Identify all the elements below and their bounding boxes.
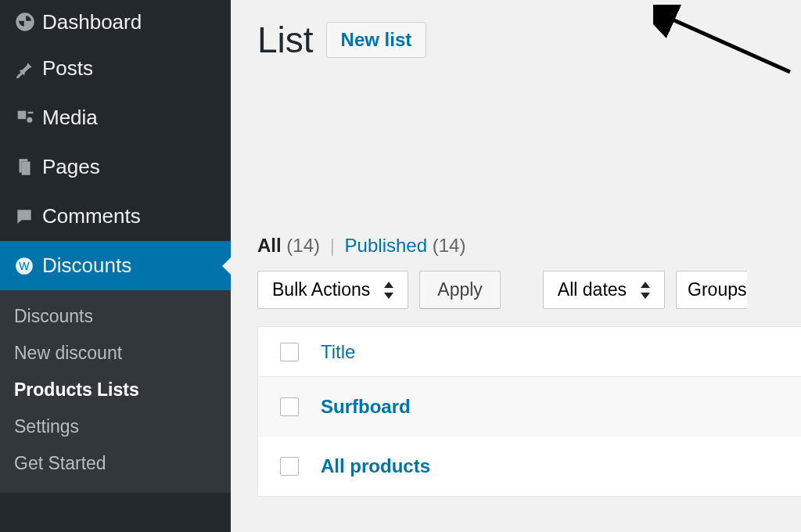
admin-sidebar: Dashboard Posts Media Pages Comments W D…	[0, 0, 231, 532]
apply-button[interactable]: Apply	[419, 271, 501, 309]
arrow-annotation	[653, 5, 801, 91]
sidebar-item-posts[interactable]: Posts	[0, 44, 231, 93]
submenu-item-settings[interactable]: Settings	[0, 408, 231, 445]
groups-label: Groups	[688, 279, 746, 300]
table-header-row: Title	[258, 327, 801, 377]
row-title-link[interactable]: Surfboard	[321, 396, 411, 418]
dates-select[interactable]: All dates	[543, 271, 665, 309]
caret-sort-icon	[641, 282, 650, 299]
sidebar-item-pages[interactable]: Pages	[0, 142, 231, 192]
main-content: List New list All (14) | Published (14) …	[231, 0, 801, 532]
svg-point-0	[27, 117, 32, 122]
dates-label: All dates	[558, 279, 627, 300]
submenu-item-discounts[interactable]: Discounts	[0, 298, 231, 335]
svg-text:W: W	[19, 260, 30, 272]
sidebar-item-label: Dashboard	[42, 10, 142, 34]
pin-icon	[14, 59, 42, 79]
sidebar-item-discounts[interactable]: W Discounts	[0, 241, 231, 290]
pages-icon	[14, 157, 42, 178]
filter-all-count: (14)	[286, 235, 320, 256]
table-row[interactable]: Surfboard	[258, 377, 801, 437]
sidebar-item-dashboard[interactable]: Dashboard	[0, 0, 231, 44]
sidebar-item-media[interactable]: Media	[0, 93, 231, 142]
svg-line-3	[667, 17, 790, 72]
submenu-item-new-discount[interactable]: New discount	[0, 335, 231, 372]
groups-select[interactable]: Groups	[676, 271, 746, 309]
row-checkbox[interactable]	[280, 457, 299, 476]
sidebar-item-label: Pages	[42, 155, 100, 179]
dashboard-icon	[14, 11, 42, 33]
bulk-actions-select[interactable]: Bulk Actions	[257, 271, 408, 309]
new-list-button[interactable]: New list	[326, 22, 427, 58]
list-table: Title Surfboard All products	[257, 326, 801, 497]
sidebar-submenu: Discounts New discount Products Lists Se…	[0, 290, 231, 493]
row-title-link[interactable]: All products	[321, 455, 430, 477]
sidebar-item-comments[interactable]: Comments	[0, 192, 231, 241]
filter-published-count: (14)	[433, 235, 466, 256]
filter-published[interactable]: Published	[345, 235, 427, 256]
bulk-actions-label: Bulk Actions	[272, 279, 370, 300]
filter-all[interactable]: All	[257, 235, 282, 256]
submenu-item-get-started[interactable]: Get Started	[0, 445, 231, 482]
sidebar-item-label: Comments	[42, 204, 141, 228]
filter-divider: |	[330, 235, 335, 256]
discounts-icon: W	[14, 256, 42, 276]
column-header-title[interactable]: Title	[321, 341, 355, 363]
row-checkbox[interactable]	[280, 397, 299, 416]
submenu-item-products-lists[interactable]: Products Lists	[0, 372, 231, 408]
status-filters: All (14) | Published (14)	[257, 235, 801, 257]
sidebar-item-label: Discounts	[42, 253, 131, 278]
select-all-checkbox[interactable]	[280, 343, 299, 361]
caret-sort-icon	[384, 282, 393, 299]
media-icon	[14, 107, 42, 129]
table-row[interactable]: All products	[258, 437, 801, 496]
page-title: List	[257, 19, 314, 61]
sidebar-item-label: Posts	[42, 56, 93, 81]
comment-icon	[14, 207, 42, 227]
sidebar-item-label: Media	[42, 106, 98, 130]
